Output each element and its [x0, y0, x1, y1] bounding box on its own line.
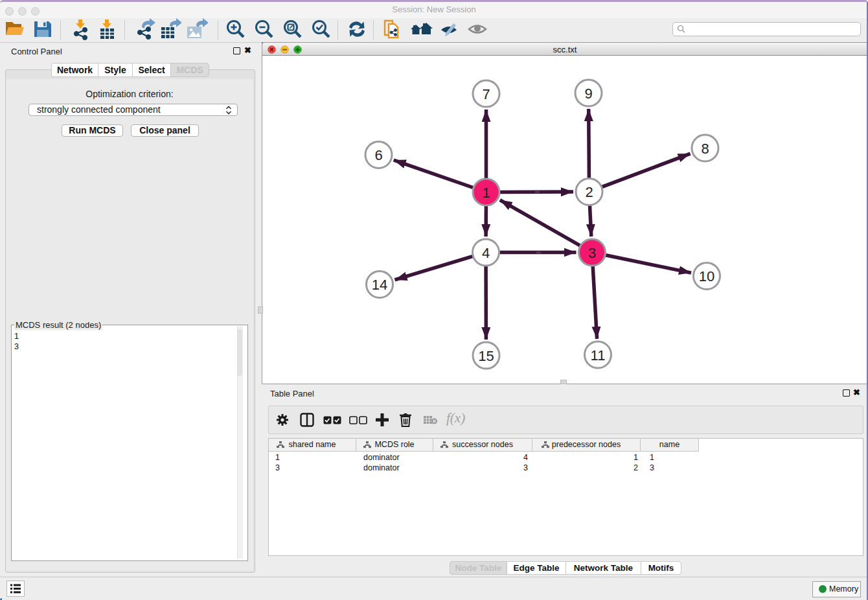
svg-text:10: 10	[699, 268, 714, 284]
svg-text:3: 3	[588, 245, 596, 261]
svg-text:8: 8	[701, 141, 709, 157]
svg-text:6: 6	[374, 147, 382, 163]
svg-text:11: 11	[591, 347, 606, 363]
svg-text:9: 9	[584, 86, 592, 102]
svg-text:4: 4	[482, 245, 490, 261]
svg-text:7: 7	[482, 86, 490, 102]
svg-text:14: 14	[372, 277, 387, 293]
svg-text:15: 15	[478, 348, 494, 364]
svg-text:1: 1	[482, 185, 490, 201]
svg-text:2: 2	[585, 184, 593, 200]
